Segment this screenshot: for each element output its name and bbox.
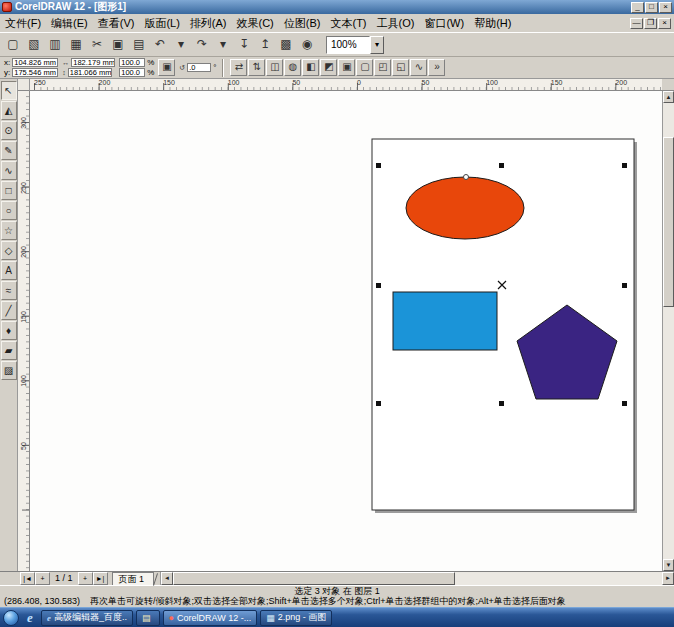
start-button[interactable]: [3, 610, 19, 626]
horizontal-scrollbar[interactable]: ◄ ►: [160, 572, 674, 585]
zoom-tool[interactable]: ⊙: [1, 121, 17, 140]
menu-item-tools[interactable]: 工具(O): [372, 14, 420, 32]
scroll-left-icon[interactable]: ◄: [161, 572, 173, 585]
open-button[interactable]: ▧: [24, 35, 44, 55]
add-page-after-button[interactable]: +: [78, 572, 93, 585]
object-width-field[interactable]: 182.179 mm: [71, 58, 115, 67]
horizontal-scroll-thumb[interactable]: [173, 572, 455, 585]
vertical-ruler[interactable]: 300 250 200 150 100 50: [18, 91, 30, 571]
outline-tool[interactable]: ♦: [1, 321, 17, 340]
smart-drawing-tool[interactable]: ∿: [1, 161, 17, 180]
close-button[interactable]: ×: [659, 2, 672, 13]
menu-item-file[interactable]: 文件(F): [0, 14, 46, 32]
zoom-level-value[interactable]: 100%: [326, 36, 370, 54]
maximize-button[interactable]: □: [645, 2, 658, 13]
document-close-button[interactable]: ×: [658, 18, 671, 29]
undo-dropdown[interactable]: ▾: [171, 35, 191, 55]
eyedropper-tool[interactable]: ╱: [1, 301, 17, 320]
mirror-horizontal-button[interactable]: ⇄: [230, 59, 247, 76]
selection-handle[interactable]: [622, 283, 627, 288]
save-button[interactable]: ▥: [45, 35, 65, 55]
menu-item-help[interactable]: 帮助(H): [469, 14, 516, 32]
page-tab[interactable]: 页面 1: [112, 572, 155, 585]
ellipse-top-node[interactable]: [464, 175, 469, 180]
pick-tool[interactable]: ↖: [1, 81, 17, 100]
print-button[interactable]: ▦: [66, 35, 86, 55]
selection-handle[interactable]: [499, 401, 504, 406]
horizontal-ruler[interactable]: 250 200 150 100 50 0 50 100: [30, 79, 662, 91]
last-page-button[interactable]: ►|: [93, 572, 108, 585]
scale-horizontal-field[interactable]: 100.0: [119, 58, 145, 67]
ungroup-button[interactable]: ▢: [356, 59, 373, 76]
scroll-right-icon[interactable]: ►: [662, 572, 674, 585]
vertical-scroll-thumb[interactable]: [663, 137, 674, 307]
menu-item-effects[interactable]: 效果(C): [232, 14, 279, 32]
new-button[interactable]: ▢: [3, 35, 23, 55]
selection-handle[interactable]: [376, 163, 381, 168]
canvas[interactable]: [30, 91, 662, 571]
object-height-field[interactable]: 181.066 mm: [68, 68, 112, 77]
basic-shapes-tool[interactable]: ◇: [1, 241, 17, 260]
ellipse-shape[interactable]: [406, 177, 524, 239]
group-button[interactable]: ▣: [338, 59, 355, 76]
to-front-button[interactable]: ◰: [374, 59, 391, 76]
to-back-button[interactable]: ◱: [392, 59, 409, 76]
shape-tool[interactable]: ◭: [1, 101, 17, 120]
ellipse-tool[interactable]: ○: [1, 201, 17, 220]
copy-button[interactable]: ▣: [108, 35, 128, 55]
interactive-blend-tool[interactable]: ≈: [1, 281, 17, 300]
interactive-fill-tool[interactable]: ▨: [1, 361, 17, 380]
paste-button[interactable]: ▤: [129, 35, 149, 55]
selection-handle[interactable]: [376, 283, 381, 288]
document-minimize-button[interactable]: —: [630, 18, 643, 29]
rotation-angle-field[interactable]: .0: [187, 63, 211, 72]
taskbar-button-coreldraw[interactable]: ● CorelDRAW 12 -...: [163, 610, 258, 626]
document-restore-button[interactable]: ❐: [644, 18, 657, 29]
selection-handle[interactable]: [622, 401, 627, 406]
vertical-scrollbar[interactable]: ▲ ▼: [662, 91, 674, 571]
menu-item-text[interactable]: 文本(T): [325, 14, 371, 32]
rectangle-tool[interactable]: □: [1, 181, 17, 200]
taskbar-button-paint[interactable]: ▦ 2.png - 画图: [260, 610, 332, 626]
weld-button[interactable]: ◍: [284, 59, 301, 76]
scale-lock-button[interactable]: ▣: [158, 59, 175, 76]
convert-to-curves-button[interactable]: ∿: [410, 59, 427, 76]
redo-dropdown[interactable]: ▾: [213, 35, 233, 55]
menu-item-arrange[interactable]: 排列(A): [185, 14, 232, 32]
export-button[interactable]: ↥: [255, 35, 275, 55]
undo-button[interactable]: ↶: [150, 35, 170, 55]
cut-button[interactable]: ✂: [87, 35, 107, 55]
selection-handle[interactable]: [376, 401, 381, 406]
menu-item-bitmaps[interactable]: 位图(B): [279, 14, 326, 32]
menu-item-layout[interactable]: 版面(L): [139, 14, 184, 32]
taskbar-button-browser[interactable]: e 高级编辑器_百度..: [41, 610, 133, 626]
scale-vertical-field[interactable]: 100.0: [119, 68, 145, 77]
intersect-button[interactable]: ◩: [320, 59, 337, 76]
polygon-tool[interactable]: ☆: [1, 221, 17, 240]
fill-tool[interactable]: ▰: [1, 341, 17, 360]
menu-item-edit[interactable]: 编辑(E): [46, 14, 93, 32]
add-page-before-button[interactable]: +: [35, 572, 50, 585]
text-tool[interactable]: A: [1, 261, 17, 280]
selection-handle[interactable]: [499, 163, 504, 168]
zoom-combo[interactable]: 100% ▾: [326, 36, 384, 54]
minimize-button[interactable]: _: [631, 2, 644, 13]
trim-button[interactable]: ◧: [302, 59, 319, 76]
object-x-field[interactable]: 104.826 mm: [12, 58, 58, 67]
menu-item-window[interactable]: 窗口(W): [419, 14, 469, 32]
quick-customize-button[interactable]: »: [428, 59, 445, 76]
redo-button[interactable]: ↷: [192, 35, 212, 55]
mirror-vertical-button[interactable]: ⇅: [248, 59, 265, 76]
taskbar-button-notepad[interactable]: ▤: [136, 610, 160, 626]
rectangle-shape[interactable]: [393, 292, 497, 350]
internet-explorer-icon[interactable]: e: [23, 610, 37, 626]
ruler-origin-corner[interactable]: [18, 79, 30, 91]
zoom-dropdown-icon[interactable]: ▾: [370, 36, 384, 54]
scroll-down-icon[interactable]: ▼: [663, 559, 674, 571]
import-button[interactable]: ↧: [234, 35, 254, 55]
combine-button[interactable]: ◫: [266, 59, 283, 76]
scroll-up-icon[interactable]: ▲: [663, 91, 674, 103]
application-launcher-button[interactable]: ▩: [276, 35, 296, 55]
selection-handle[interactable]: [622, 163, 627, 168]
first-page-button[interactable]: |◄: [20, 572, 35, 585]
